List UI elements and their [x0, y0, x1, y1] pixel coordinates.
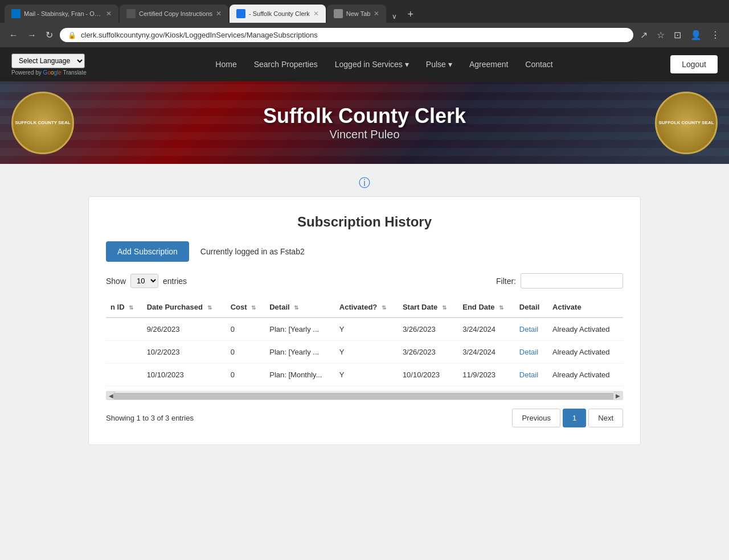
cell-cost-2: 0	[226, 364, 265, 386]
outlook-favicon	[11, 9, 21, 18]
help-icon[interactable]: ⓘ	[359, 175, 370, 191]
table-header-row: n ID ⇅ Date Purchased ⇅ Cost ⇅ Detail	[106, 297, 623, 318]
filter-section: Filter:	[496, 273, 623, 289]
detail-link-2[interactable]: Detail	[519, 370, 538, 379]
cell-id-0	[106, 318, 142, 341]
address-bar[interactable]: 🔒 clerk.suffolkcountyny.gov/Kiosk/Logged…	[60, 28, 633, 42]
language-select[interactable]: Select Language	[11, 53, 85, 68]
newtab-favicon	[334, 9, 343, 18]
cell-detail-link-2[interactable]: Detail	[515, 364, 548, 386]
col-id: n ID ⇅	[106, 297, 142, 318]
nav-agreement[interactable]: Agreement	[469, 60, 508, 69]
hero-subtitle: Vincent Puleo	[263, 128, 466, 141]
cell-activated-0: Y	[335, 318, 398, 341]
cast-icon[interactable]: ↗	[638, 27, 650, 43]
cell-date-1: 10/2/2023	[142, 341, 226, 364]
horizontal-scrollbar[interactable]: ◀ ▶	[106, 391, 623, 400]
lock-icon: 🔒	[68, 31, 76, 39]
cell-start-0: 3/26/2023	[398, 318, 458, 341]
tab-certified-close[interactable]: ✕	[216, 10, 222, 18]
seal-right-text: SUFFOLK COUNTY SEAL	[658, 120, 714, 125]
pagination: Previous 1 Next	[512, 409, 623, 427]
show-entries-select[interactable]: 10	[130, 274, 158, 288]
seal-left: SUFFOLK COUNTY SEAL	[11, 92, 74, 154]
tab-suffolk[interactable]: - Suffolk County Clerk ✕	[230, 5, 326, 23]
new-tab-button[interactable]: +	[403, 6, 418, 23]
col-date-purchased: Date Purchased ⇅	[142, 297, 226, 318]
sort-icon-activated[interactable]: ⇅	[382, 304, 386, 311]
col-cost: Cost ⇅	[226, 297, 265, 318]
cell-activated-1: Y	[335, 341, 398, 364]
tab-outlook-label: Mail - Stabinsky, Fran - Outlook	[24, 10, 103, 17]
more-icon[interactable]: ⋮	[708, 27, 722, 43]
lang-select-container: Select Language Powered by Google Transl…	[11, 53, 87, 76]
col-activated: Activated? ⇅	[335, 297, 398, 318]
reload-button[interactable]: ↻	[43, 27, 55, 43]
hero-content: Suffolk County Clerk Vincent Puleo	[263, 104, 466, 141]
cell-id-1	[106, 341, 142, 364]
col-detail1: Detail ⇅	[265, 297, 335, 318]
previous-button[interactable]: Previous	[512, 409, 560, 427]
cell-detail-link-1[interactable]: Detail	[515, 341, 548, 364]
powered-by: Powered by Google Translate	[11, 69, 87, 76]
tab-search-icon[interactable]: ⊡	[671, 27, 683, 43]
table-controls: Show 10 entries Filter:	[106, 273, 623, 289]
tab-newtab[interactable]: New Tab ✕	[327, 5, 387, 23]
subscription-card: Subscription History Add Subscription Cu…	[88, 196, 641, 445]
sort-icon-id[interactable]: ⇅	[129, 304, 133, 311]
cell-start-1: 3/26/2023	[398, 341, 458, 364]
scroll-thumb[interactable]	[113, 393, 616, 400]
add-subscription-button[interactable]: Add Subscription	[106, 241, 189, 262]
nav-pulse[interactable]: Pulse ▾	[426, 60, 452, 69]
cell-activated-2: Y	[335, 364, 398, 386]
nav-search-properties[interactable]: Search Properties	[254, 60, 318, 69]
address-text: clerk.suffolkcountyny.gov/Kiosk/LoggedIn…	[81, 31, 625, 39]
cell-detail-link-0[interactable]: Detail	[515, 318, 548, 341]
filter-input[interactable]	[521, 273, 623, 289]
card-title: Subscription History	[106, 214, 623, 230]
sort-icon-start[interactable]: ⇅	[442, 304, 447, 311]
hero-banner: SUFFOLK COUNTY SEAL Suffolk County Clerk…	[0, 81, 729, 164]
cell-detail-0: Plan: [Yearly ...	[265, 318, 335, 341]
cell-detail-1: Plan: [Yearly ...	[265, 341, 335, 364]
scroll-right-button[interactable]: ▶	[613, 392, 622, 400]
entries-label: entries	[163, 277, 187, 286]
tab-suffolk-close[interactable]: ✕	[313, 10, 319, 18]
card-header: Add Subscription Currently logged in as …	[106, 241, 623, 262]
profile-icon[interactable]: 👤	[688, 27, 704, 43]
tab-outlook-close[interactable]: ✕	[106, 10, 112, 18]
tab-suffolk-label: - Suffolk County Clerk	[249, 10, 310, 17]
certified-favicon	[126, 9, 136, 18]
table-row: 10/2/2023 0 Plan: [Yearly ... Y 3/26/202…	[106, 341, 623, 364]
table-footer: Showing 1 to 3 of 3 entries Previous 1 N…	[106, 409, 623, 427]
detail-link-0[interactable]: Detail	[519, 325, 538, 333]
sort-icon-detail1[interactable]: ⇅	[294, 304, 298, 311]
table-body: 9/26/2023 0 Plan: [Yearly ... Y 3/26/202…	[106, 318, 623, 386]
show-label: Show	[106, 277, 126, 286]
tab-certified-label: Certified Copy Instructions	[139, 10, 212, 17]
page-1-button[interactable]: 1	[563, 409, 586, 427]
tab-outlook[interactable]: Mail - Stabinsky, Fran - Outlook ✕	[5, 5, 118, 23]
back-button[interactable]: ←	[7, 28, 21, 43]
cell-id-2	[106, 364, 142, 386]
cell-date-2: 10/10/2023	[142, 364, 226, 386]
tab-overflow[interactable]: ∨	[387, 10, 402, 23]
logout-button[interactable]: Logout	[670, 55, 718, 73]
sort-icon-date[interactable]: ⇅	[207, 304, 212, 311]
next-button[interactable]: Next	[588, 409, 623, 427]
nav-contact[interactable]: Contact	[525, 60, 552, 69]
tab-newtab-close[interactable]: ✕	[374, 10, 379, 18]
nav-home[interactable]: Home	[215, 60, 236, 69]
table-row: 9/26/2023 0 Plan: [Yearly ... Y 3/26/202…	[106, 318, 623, 341]
tab-certified[interactable]: Certified Copy Instructions ✕	[120, 5, 228, 23]
col-detail2: Detail	[515, 297, 548, 318]
subscription-table: n ID ⇅ Date Purchased ⇅ Cost ⇅ Detail	[106, 297, 623, 386]
cell-cost-0: 0	[226, 318, 265, 341]
bookmark-icon[interactable]: ☆	[654, 27, 667, 43]
forward-button[interactable]: →	[25, 28, 39, 43]
cell-date-0: 9/26/2023	[142, 318, 226, 341]
sort-icon-cost[interactable]: ⇅	[251, 304, 256, 311]
detail-link-1[interactable]: Detail	[519, 348, 538, 356]
sort-icon-end[interactable]: ⇅	[499, 304, 503, 311]
nav-logged-in-services[interactable]: Logged in Services ▾	[335, 60, 409, 69]
